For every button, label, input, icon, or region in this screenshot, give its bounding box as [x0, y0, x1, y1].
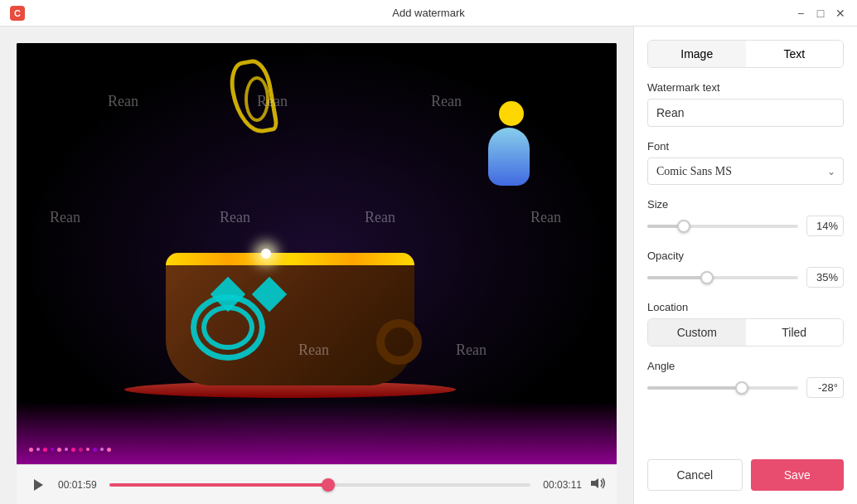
location-tab-group: Custom Tiled	[647, 318, 844, 346]
angle-slider-track	[647, 386, 798, 390]
font-group: Font Comic Sans MS Arial Times New Roman…	[647, 140, 844, 185]
size-group: Size 14%	[647, 198, 844, 236]
maximize-button[interactable]: □	[814, 7, 827, 20]
opacity-slider-row: 35%	[647, 267, 844, 288]
angle-label: Angle	[647, 360, 844, 372]
controls-bar: 00:01:59 00:03:11	[17, 464, 617, 504]
current-time: 00:01:59	[58, 479, 101, 491]
light-dots-row	[17, 448, 617, 452]
watermark-text-label: Watermark text	[647, 81, 844, 94]
minimize-button[interactable]: −	[794, 7, 807, 20]
character-head	[499, 101, 524, 126]
image-tab-button[interactable]: Image	[648, 41, 746, 67]
light-dot	[79, 448, 83, 452]
location-group: Location Custom Tiled	[647, 301, 844, 346]
light-dot	[29, 448, 33, 452]
opacity-slider-fill	[647, 276, 700, 279]
light-dot	[65, 448, 68, 451]
svg-marker-1	[591, 478, 598, 488]
bottom-buttons: Cancel Save	[647, 453, 844, 491]
progress-thumb[interactable]	[322, 478, 335, 492]
title-bar-left: C	[10, 6, 25, 21]
size-slider-fill	[647, 225, 677, 228]
video-background: Rean Rean Rean Rean Rean Rean Rean Rean …	[17, 43, 617, 464]
teal-swirl-inner	[201, 305, 254, 350]
opacity-group: Opacity 35%	[647, 250, 844, 288]
scene-elements	[17, 43, 617, 464]
angle-value: -28°	[806, 377, 844, 398]
size-slider-track	[647, 225, 798, 228]
light-glare	[261, 249, 271, 259]
save-button[interactable]: Save	[751, 459, 845, 491]
light-dot	[107, 448, 111, 452]
app-icon: C	[10, 6, 25, 21]
title-bar-controls: − □ ✕	[794, 7, 847, 20]
type-tab-group: Image Text	[647, 40, 844, 68]
light-dot	[57, 448, 61, 452]
cup-light-strip	[166, 253, 414, 265]
angle-slider-thumb[interactable]	[735, 381, 748, 395]
right-panel: Image Text Watermark text Font Comic San…	[633, 27, 857, 504]
play-button[interactable]	[27, 473, 50, 497]
volume-button[interactable]	[590, 477, 607, 493]
close-button[interactable]: ✕	[834, 7, 847, 20]
character-figure	[488, 101, 534, 184]
light-dot	[36, 448, 40, 451]
light-dot	[43, 448, 47, 452]
font-select-container: Comic Sans MS Arial Times New Roman Verd…	[647, 158, 844, 185]
cup-body	[166, 253, 414, 385]
bottom-gradient	[17, 402, 617, 464]
video-container: Rean Rean Rean Rean Rean Rean Rean Rean …	[17, 43, 617, 464]
font-label: Font	[647, 140, 844, 153]
angle-slider-row: -28°	[647, 377, 844, 398]
size-value: 14%	[806, 216, 844, 236]
main-content: Rean Rean Rean Rean Rean Rean Rean Rean …	[0, 27, 857, 504]
size-slider-container[interactable]	[647, 218, 798, 235]
progress-track[interactable]	[109, 483, 530, 487]
cancel-button[interactable]: Cancel	[647, 459, 743, 491]
font-select[interactable]: Comic Sans MS Arial Times New Roman Verd…	[647, 158, 844, 185]
progress-fill	[109, 483, 328, 487]
opacity-label: Opacity	[647, 250, 844, 262]
angle-slider-fill	[647, 386, 735, 390]
svg-marker-0	[34, 479, 43, 491]
cup-handle	[376, 319, 422, 365]
light-dot	[93, 448, 97, 452]
character-body	[488, 128, 530, 186]
watermark-text-group: Watermark text	[647, 81, 844, 127]
size-slider-row: 14%	[647, 216, 844, 236]
light-dot	[51, 448, 54, 451]
watermark-text-input[interactable]	[647, 99, 844, 127]
gold-swirl-inner	[245, 76, 269, 122]
progress-bar-container[interactable]	[109, 483, 530, 487]
text-tab-button[interactable]: Text	[746, 41, 844, 67]
location-custom-button[interactable]: Custom	[648, 319, 746, 346]
size-slider-thumb[interactable]	[677, 220, 690, 233]
angle-group: Angle -28°	[647, 360, 844, 398]
light-dot	[86, 448, 90, 451]
title-bar: C Add watermark − □ ✕	[0, 0, 857, 27]
opacity-value: 35%	[806, 267, 844, 288]
total-time: 00:03:11	[539, 479, 582, 491]
light-dot	[71, 448, 75, 452]
opacity-slider-track	[647, 276, 798, 279]
light-dot	[100, 448, 104, 451]
location-label: Location	[647, 301, 844, 313]
window-title: Add watermark	[392, 7, 464, 19]
opacity-slider-container[interactable]	[647, 269, 798, 286]
video-section: Rean Rean Rean Rean Rean Rean Rean Rean …	[0, 27, 633, 504]
angle-slider-container[interactable]	[647, 380, 798, 396]
location-tiled-button[interactable]: Tiled	[746, 319, 844, 346]
opacity-slider-thumb[interactable]	[700, 271, 714, 284]
size-label: Size	[647, 198, 844, 211]
